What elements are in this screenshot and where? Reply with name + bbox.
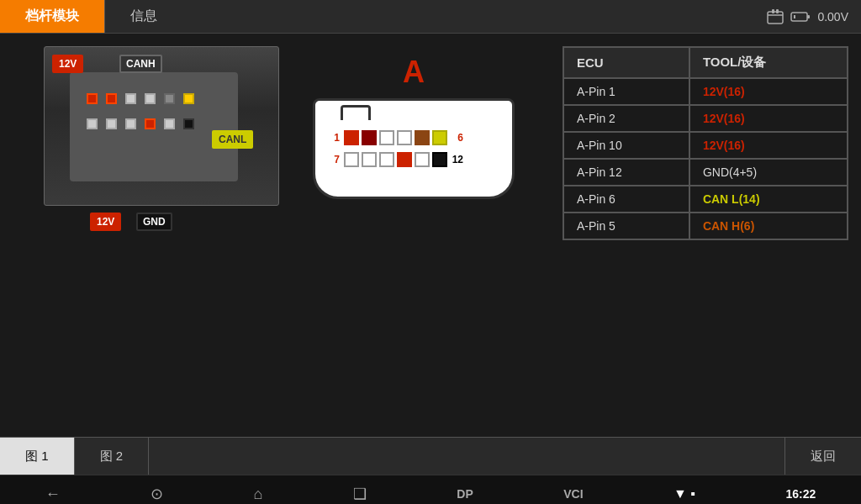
label-canh: CANH: [119, 55, 162, 73]
connector-body: [70, 72, 238, 181]
table-row: A-Pin 5CAN H(6): [563, 213, 848, 239]
photo-pin-r3: [125, 93, 136, 104]
pin-num-12: 12: [452, 154, 463, 165]
pin-name-cell: A-Pin 5: [563, 213, 689, 239]
pin-11-box: [415, 152, 430, 167]
table-header-row: ECU TOOL/设备: [563, 47, 848, 78]
camera-btn[interactable]: ⊙: [151, 485, 163, 503]
pin-9-box: [379, 152, 394, 167]
pin-2-box: [362, 130, 377, 145]
right-panel: ECU TOOL/设备 A-Pin 112V(16)A-Pin 212V(16)…: [563, 46, 848, 424]
tab-shifter-module[interactable]: 档杆模块: [0, 0, 104, 33]
photo-pin-r5: [164, 93, 175, 104]
table-body: A-Pin 112V(16)A-Pin 212V(16)A-Pin 1012V(…: [563, 78, 848, 239]
pin-7-box: [344, 152, 359, 167]
pin-value-cell: 12V(16): [689, 78, 848, 105]
pin-value-cell: 12V(16): [689, 132, 848, 159]
pin-8-box: [362, 152, 377, 167]
svg-rect-2: [772, 9, 774, 13]
pin-10-box: [397, 152, 412, 167]
col-tool-header: TOOL/设备: [689, 47, 848, 78]
pin-12-box: [432, 152, 447, 167]
obd-connector-diagram: 1 6 7: [313, 98, 515, 199]
photo-pin-r7: [87, 118, 98, 129]
toolbar: ← ⊙ ⌂ ❑ DP VCI ▼ ▪ 16:22: [0, 475, 861, 504]
back-button[interactable]: 返回: [784, 438, 861, 475]
photo-pin-r8: [106, 118, 117, 129]
label-canl: CANL: [212, 130, 253, 149]
back-toolbar-btn[interactable]: ←: [45, 486, 61, 503]
pin-value-cell: CAN L(14): [689, 186, 848, 213]
table-row: A-Pin 1012V(16): [563, 132, 848, 159]
pin-value-cell: CAN H(6): [689, 213, 848, 239]
col-ecu-header: ECU: [563, 47, 689, 78]
pin-4-box: [397, 130, 412, 145]
table-row: A-Pin 112V(16): [563, 78, 848, 105]
main-content: 12V CANH CANL 12V GND A 1: [0, 34, 861, 437]
photo-pin-r2: [106, 93, 117, 104]
svg-rect-5: [807, 15, 810, 18]
wifi-icon: ▼ ▪: [673, 486, 695, 501]
bottom-tabs: 图 1 图 2 返回: [0, 437, 861, 475]
pin-value-cell: GND(4+5): [689, 159, 848, 186]
svg-rect-0: [768, 12, 783, 24]
pin-name-cell: A-Pin 10: [563, 132, 689, 159]
photo-pin-r1: [87, 93, 98, 104]
pin-row-2: 7 12: [328, 152, 499, 167]
calendar-icon: [767, 9, 784, 24]
dp-label: DP: [457, 487, 473, 501]
table-row: A-Pin 6CAN L(14): [563, 186, 848, 213]
connector-diagram-area: A 1 6 7: [313, 55, 515, 199]
left-content: 12V CANH CANL 12V GND A 1: [44, 46, 515, 239]
battery-icon: [790, 11, 811, 23]
left-panel: 12V CANH CANL 12V GND A 1: [13, 46, 546, 424]
pin-1-box: [344, 130, 359, 145]
pin-data-table: ECU TOOL/设备 A-Pin 112V(16)A-Pin 212V(16)…: [563, 46, 848, 240]
pin-row-1: 1 6: [328, 130, 499, 145]
svg-rect-4: [791, 13, 807, 21]
connector-photo-area: 12V CANH CANL 12V GND: [44, 46, 288, 239]
pin-num-1: 1: [328, 132, 340, 144]
label-12v-top: 12V: [52, 55, 83, 73]
pin-6-box: [432, 130, 447, 145]
tab-info[interactable]: 信息: [104, 0, 182, 33]
photo-pin-r11: [164, 118, 175, 129]
pin-num-7: 7: [328, 154, 340, 165]
pin-name-cell: A-Pin 1: [563, 78, 689, 105]
diagram-title: A: [313, 55, 515, 90]
pin-value-cell: 12V(16): [689, 105, 848, 132]
voltage-display: 0.00V: [817, 10, 848, 24]
photo-pin-r6: [183, 93, 194, 104]
table-row: A-Pin 12GND(4+5): [563, 159, 848, 186]
pin-name-cell: A-Pin 12: [563, 159, 689, 186]
svg-rect-3: [776, 9, 779, 13]
tab-figure-2[interactable]: 图 2: [75, 438, 150, 475]
pin-5-box: [415, 130, 430, 145]
tab-figure-1[interactable]: 图 1: [0, 438, 75, 475]
tab-spacer: [149, 438, 784, 475]
photo-pin-r4: [145, 93, 156, 104]
table-row: A-Pin 212V(16): [563, 105, 848, 132]
photo-pin-r12: [183, 118, 194, 129]
copy-btn[interactable]: ❑: [353, 485, 367, 503]
header-right: 0.00V: [767, 9, 861, 24]
label-12v-bottom: 12V: [90, 213, 121, 231]
pin-3-box: [379, 130, 394, 145]
pin-name-cell: A-Pin 6: [563, 186, 689, 213]
photo-pin-r9: [125, 118, 136, 129]
home-btn[interactable]: ⌂: [254, 486, 263, 503]
photo-pin-r10: [145, 118, 156, 129]
header: 档杆模块 信息 0.00V: [0, 0, 861, 34]
label-gnd: GND: [136, 213, 172, 231]
vci-label: VCI: [563, 487, 583, 501]
pin-name-cell: A-Pin 2: [563, 105, 689, 132]
time-display: 16:22: [785, 487, 816, 501]
pin-num-6: 6: [452, 132, 463, 144]
